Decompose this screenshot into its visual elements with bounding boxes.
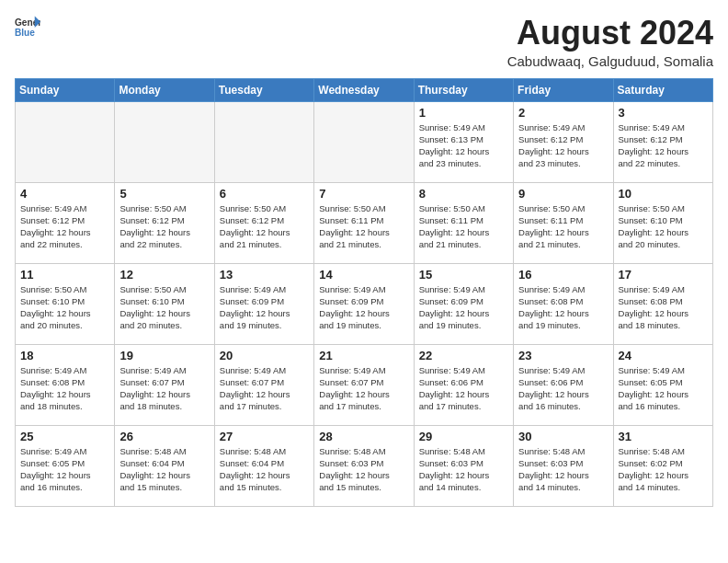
day-number: 31: [619, 430, 708, 443]
day-number: 15: [419, 268, 508, 282]
col-tuesday: Tuesday: [214, 78, 313, 101]
col-saturday: Saturday: [613, 78, 712, 101]
col-monday: Monday: [115, 78, 214, 101]
calendar-week-3: 11Sunrise: 5:50 AM Sunset: 6:10 PM Dayli…: [16, 263, 713, 344]
day-info: Sunrise: 5:49 AM Sunset: 6:08 PM Dayligh…: [619, 283, 708, 332]
calendar-cell: 8Sunrise: 5:50 AM Sunset: 6:11 PM Daylig…: [414, 182, 513, 263]
calendar-title: August 2024: [507, 15, 713, 52]
calendar-cell: 6Sunrise: 5:50 AM Sunset: 6:12 PM Daylig…: [214, 182, 313, 263]
calendar-cell: 10Sunrise: 5:50 AM Sunset: 6:10 PM Dayli…: [613, 182, 712, 263]
calendar-cell: 18Sunrise: 5:49 AM Sunset: 6:08 PM Dayli…: [16, 344, 115, 425]
day-number: 28: [319, 430, 408, 443]
day-number: 13: [220, 268, 309, 282]
calendar-cell: [314, 101, 414, 182]
day-info: Sunrise: 5:49 AM Sunset: 6:12 PM Dayligh…: [619, 121, 708, 170]
day-number: 24: [619, 349, 708, 362]
calendar-cell: [115, 101, 214, 182]
day-info: Sunrise: 5:49 AM Sunset: 6:06 PM Dayligh…: [419, 364, 508, 413]
day-info: Sunrise: 5:48 AM Sunset: 6:03 PM Dayligh…: [518, 445, 608, 494]
calendar-cell: 4Sunrise: 5:49 AM Sunset: 6:12 PM Daylig…: [16, 182, 115, 263]
day-number: 18: [20, 349, 109, 362]
day-info: Sunrise: 5:49 AM Sunset: 6:09 PM Dayligh…: [220, 283, 309, 332]
day-info: Sunrise: 5:50 AM Sunset: 6:11 PM Dayligh…: [518, 202, 608, 251]
calendar-cell: 24Sunrise: 5:49 AM Sunset: 6:05 PM Dayli…: [613, 344, 712, 425]
header-row: Sunday Monday Tuesday Wednesday Thursday…: [16, 78, 713, 101]
svg-text:Blue: Blue: [15, 28, 35, 38]
day-info: Sunrise: 5:50 AM Sunset: 6:10 PM Dayligh…: [619, 202, 708, 251]
calendar-cell: 7Sunrise: 5:50 AM Sunset: 6:11 PM Daylig…: [314, 182, 414, 263]
day-number: 14: [319, 268, 408, 282]
day-number: 3: [619, 106, 708, 120]
calendar-cell: 17Sunrise: 5:49 AM Sunset: 6:08 PM Dayli…: [613, 263, 712, 344]
day-info: Sunrise: 5:49 AM Sunset: 6:08 PM Dayligh…: [518, 283, 608, 332]
day-number: 1: [419, 106, 508, 120]
day-number: 29: [419, 430, 508, 443]
day-info: Sunrise: 5:48 AM Sunset: 6:03 PM Dayligh…: [319, 445, 408, 494]
calendar-cell: 25Sunrise: 5:49 AM Sunset: 6:05 PM Dayli…: [16, 425, 115, 506]
calendar-cell: [214, 101, 313, 182]
logo: General Blue: [15, 15, 40, 40]
day-number: 30: [518, 430, 608, 443]
day-info: Sunrise: 5:50 AM Sunset: 6:12 PM Dayligh…: [220, 202, 309, 251]
calendar-week-1: 1Sunrise: 5:49 AM Sunset: 6:13 PM Daylig…: [16, 101, 713, 182]
calendar-cell: 1Sunrise: 5:49 AM Sunset: 6:13 PM Daylig…: [414, 101, 513, 182]
col-sunday: Sunday: [16, 78, 115, 101]
day-info: Sunrise: 5:49 AM Sunset: 6:07 PM Dayligh…: [220, 364, 309, 413]
calendar-cell: 3Sunrise: 5:49 AM Sunset: 6:12 PM Daylig…: [613, 101, 712, 182]
day-number: 6: [220, 187, 309, 201]
calendar-week-2: 4Sunrise: 5:49 AM Sunset: 6:12 PM Daylig…: [16, 182, 713, 263]
day-number: 17: [619, 268, 708, 282]
day-info: Sunrise: 5:50 AM Sunset: 6:10 PM Dayligh…: [119, 283, 209, 332]
calendar-cell: 13Sunrise: 5:49 AM Sunset: 6:09 PM Dayli…: [214, 263, 313, 344]
day-number: 5: [119, 187, 209, 201]
day-info: Sunrise: 5:49 AM Sunset: 6:13 PM Dayligh…: [419, 121, 508, 170]
calendar-cell: 15Sunrise: 5:49 AM Sunset: 6:09 PM Dayli…: [414, 263, 513, 344]
day-number: 4: [20, 187, 109, 201]
day-number: 11: [20, 268, 109, 282]
col-friday: Friday: [514, 78, 613, 101]
calendar-cell: 31Sunrise: 5:48 AM Sunset: 6:02 PM Dayli…: [613, 425, 712, 506]
calendar-cell: 16Sunrise: 5:49 AM Sunset: 6:08 PM Dayli…: [514, 263, 613, 344]
day-info: Sunrise: 5:48 AM Sunset: 6:03 PM Dayligh…: [419, 445, 508, 494]
calendar-cell: 28Sunrise: 5:48 AM Sunset: 6:03 PM Dayli…: [314, 425, 414, 506]
day-number: 2: [518, 106, 608, 120]
day-info: Sunrise: 5:49 AM Sunset: 6:06 PM Dayligh…: [518, 364, 608, 413]
day-number: 16: [518, 268, 608, 282]
calendar-cell: 29Sunrise: 5:48 AM Sunset: 6:03 PM Dayli…: [414, 425, 513, 506]
day-info: Sunrise: 5:49 AM Sunset: 6:09 PM Dayligh…: [419, 283, 508, 332]
day-info: Sunrise: 5:49 AM Sunset: 6:12 PM Dayligh…: [20, 202, 109, 251]
day-info: Sunrise: 5:49 AM Sunset: 6:12 PM Dayligh…: [518, 121, 608, 170]
day-info: Sunrise: 5:50 AM Sunset: 6:12 PM Dayligh…: [119, 202, 209, 251]
calendar-cell: [16, 101, 115, 182]
calendar-cell: 26Sunrise: 5:48 AM Sunset: 6:04 PM Dayli…: [115, 425, 214, 506]
day-number: 7: [319, 187, 408, 201]
calendar-cell: 19Sunrise: 5:49 AM Sunset: 6:07 PM Dayli…: [115, 344, 214, 425]
day-number: 12: [119, 268, 209, 282]
calendar-subtitle: Cabudwaaq, Galguduud, Somalia: [507, 53, 713, 69]
calendar-cell: 22Sunrise: 5:49 AM Sunset: 6:06 PM Dayli…: [414, 344, 513, 425]
day-number: 20: [220, 349, 309, 362]
day-number: 27: [220, 430, 309, 443]
day-info: Sunrise: 5:48 AM Sunset: 6:02 PM Dayligh…: [619, 445, 708, 494]
page-header: General Blue August 2024 Cabudwaaq, Galg…: [15, 15, 713, 69]
day-info: Sunrise: 5:49 AM Sunset: 6:07 PM Dayligh…: [119, 364, 209, 413]
day-info: Sunrise: 5:48 AM Sunset: 6:04 PM Dayligh…: [119, 445, 209, 494]
day-info: Sunrise: 5:49 AM Sunset: 6:07 PM Dayligh…: [319, 364, 408, 413]
day-info: Sunrise: 5:49 AM Sunset: 6:09 PM Dayligh…: [319, 283, 408, 332]
day-number: 9: [518, 187, 608, 201]
calendar-cell: 21Sunrise: 5:49 AM Sunset: 6:07 PM Dayli…: [314, 344, 414, 425]
calendar-cell: 20Sunrise: 5:49 AM Sunset: 6:07 PM Dayli…: [214, 344, 313, 425]
calendar-cell: 27Sunrise: 5:48 AM Sunset: 6:04 PM Dayli…: [214, 425, 313, 506]
col-wednesday: Wednesday: [314, 78, 414, 101]
calendar-cell: 11Sunrise: 5:50 AM Sunset: 6:10 PM Dayli…: [16, 263, 115, 344]
day-info: Sunrise: 5:50 AM Sunset: 6:10 PM Dayligh…: [20, 283, 109, 332]
calendar-cell: 12Sunrise: 5:50 AM Sunset: 6:10 PM Dayli…: [115, 263, 214, 344]
col-thursday: Thursday: [414, 78, 513, 101]
calendar-cell: 5Sunrise: 5:50 AM Sunset: 6:12 PM Daylig…: [115, 182, 214, 263]
calendar-cell: 23Sunrise: 5:49 AM Sunset: 6:06 PM Dayli…: [514, 344, 613, 425]
day-info: Sunrise: 5:48 AM Sunset: 6:04 PM Dayligh…: [220, 445, 309, 494]
day-info: Sunrise: 5:50 AM Sunset: 6:11 PM Dayligh…: [419, 202, 508, 251]
day-number: 23: [518, 349, 608, 362]
day-number: 22: [419, 349, 508, 362]
day-number: 26: [119, 430, 209, 443]
